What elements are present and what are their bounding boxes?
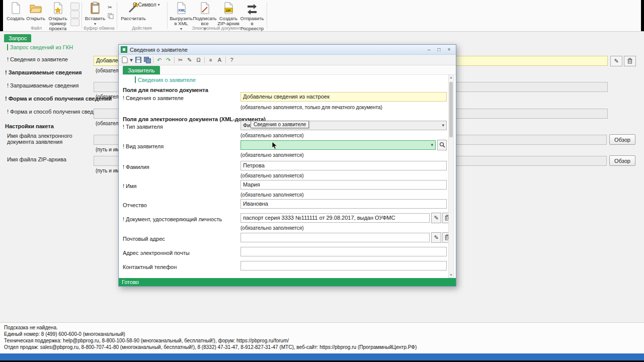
undo-icon[interactable]: ↶ (155, 56, 164, 64)
toolbar-separator (153, 57, 153, 63)
example-project-icon (51, 2, 64, 16)
pencil-icon: ✎ (614, 58, 618, 64)
open-project-button[interactable]: Открыть (25, 1, 46, 22)
tab-request[interactable]: Запрос (4, 34, 31, 42)
applicant-type-label: ! Тип заявителя (123, 124, 163, 130)
surname-label: ! Фамилия (123, 164, 149, 170)
help-icon[interactable]: ? (227, 56, 236, 64)
omega-icon: Ω (133, 2, 136, 8)
new-project-button[interactable]: Создать (5, 1, 26, 22)
zip-archive-icon: ZIP (222, 2, 235, 16)
quick-access-button-1[interactable] (70, 3, 79, 10)
main-delete-button[interactable] (624, 56, 636, 66)
paste-label: Вставить (85, 16, 105, 21)
taskbar-strip (0, 353, 644, 360)
screen-edge (641, 0, 644, 31)
copy-button[interactable] (106, 12, 116, 21)
patronymic-label: Отчество (123, 202, 147, 208)
save-icon[interactable] (134, 56, 142, 64)
close-button[interactable]: × (444, 46, 454, 53)
postal-address-label: Почтовый адрес (123, 236, 165, 242)
new-dropdown-icon[interactable]: ▾ (129, 56, 133, 64)
ribbon-separator (267, 2, 267, 29)
name-value: Мария (243, 182, 260, 188)
toolbar-separator (204, 57, 205, 63)
postal-address-field[interactable] (240, 233, 430, 242)
edit-pencil-icon[interactable]: ✎ (185, 56, 194, 64)
tab-applicant[interactable]: Заявитель (123, 66, 160, 74)
postal-address-edit-button[interactable]: ✎ (431, 232, 441, 243)
phone-line: Единый номер: 8 (499) 600-600-0 (многока… (4, 331, 125, 337)
cut-button[interactable]: ✂ (106, 3, 114, 12)
ribbon-group-edoc: XML Выгрузить в XML ▾ Подписать все ▾ ZI… (168, 0, 265, 31)
paste-button[interactable]: Вставить ▾ (84, 1, 107, 27)
name-note: (обязательно заполняется) (240, 192, 303, 198)
calculate-label: Рассчитать (121, 16, 146, 21)
section-link-applicant-info[interactable]: Сведения о заявителе (138, 77, 196, 83)
open-project-label: Открыть (26, 16, 45, 21)
sign-all-label: Подписать все (193, 16, 216, 26)
applicant-info-field[interactable]: Добавлены сведения из настроек (240, 92, 447, 102)
sidebar-item-xml-filename[interactable]: Имя файла электронного документа заявлен… (7, 133, 92, 145)
email-field[interactable] (240, 247, 447, 256)
chevron-down-icon: ▾ (442, 123, 444, 128)
minimize-button[interactable]: – (424, 46, 434, 53)
active-section-marker (135, 76, 136, 83)
sidebar-item-request-gkn[interactable]: Запрос сведений из ГКН (10, 44, 73, 50)
quick-access-button-3[interactable] (70, 19, 79, 26)
status-area: Подсказка не найдена. Единый номер: 8 (4… (0, 322, 644, 354)
browse-zip-button[interactable]: Обзор (609, 155, 635, 166)
tree-guide (7, 44, 8, 50)
maximize-button[interactable]: □ (434, 46, 444, 53)
sidebar-item-zip-filename[interactable]: Имя файла ZIP-архива (7, 156, 66, 162)
name-field[interactable]: Мария (240, 180, 447, 190)
sidebar-item-form-method[interactable]: ! Форма и способ получения сведений (7, 109, 106, 115)
scroll-down-icon[interactable]: ▼ (449, 274, 453, 277)
hint-text: Подсказка не найдена. (4, 325, 58, 330)
dialog-statusbar: Готово (119, 278, 456, 286)
sidebar-item-requested-info[interactable]: ! Запрашиваемые сведения (7, 82, 78, 88)
create-zip-button[interactable]: ZIP Создать ZIP-архив (216, 1, 240, 27)
ribbon-group-file: Создать Открыть Открыть пример проекта Ф… (4, 0, 68, 31)
phone-field[interactable] (240, 261, 447, 270)
insert-symbol-icon[interactable]: Ω (194, 56, 203, 64)
dialog-toolbar: ▾ ↶ ↷ ✂ ✎ Ω a A ? (119, 55, 456, 65)
scroll-up-icon[interactable]: ▲ (449, 76, 453, 79)
patronymic-field[interactable]: Ивановна (240, 199, 447, 209)
quick-access-button-2[interactable] (70, 11, 79, 18)
support-line: Техническая поддержка: help@pbprog.ru, 8… (4, 338, 289, 343)
transfer-arrows-icon (246, 2, 259, 16)
sales-line: Отдел продаж: sales@pbprog.ru, 8-800-707… (4, 344, 417, 350)
main-edit-button[interactable]: ✎ (610, 56, 622, 66)
scrollbar-thumb[interactable] (449, 82, 453, 137)
svg-text:XML: XML (178, 9, 186, 12)
new-project-label: Создать (7, 16, 25, 21)
ribbon-separator (167, 2, 168, 29)
browse-xml-button[interactable]: Обзор (609, 134, 635, 145)
symbol-button[interactable]: Ω Символ ▾ (131, 1, 168, 9)
name-label: ! Имя (123, 183, 137, 189)
cut-icon[interactable]: ✂ (176, 56, 185, 64)
id-document-note: (обязательно заполняется) (240, 225, 303, 231)
font-increase-icon[interactable]: A (215, 56, 224, 64)
ribbon-group-clipboard: Вставить ▾ ✂ Буфер обмена (83, 0, 116, 31)
dialog-titlebar[interactable]: Сведения о заявителе – □ × (119, 45, 456, 55)
save-all-icon[interactable] (143, 56, 151, 64)
redo-icon[interactable]: ↷ (164, 56, 173, 64)
applicant-type-note: (обязательно заполняется) (240, 133, 303, 138)
font-decrease-icon[interactable]: a (206, 56, 215, 64)
id-document-label: ! Документ, удостоверяющий личность (123, 216, 222, 222)
sidebar-item-applicant-info[interactable]: ! Сведения о заявителе (7, 56, 68, 62)
applicant-kind-label: ! Вид заявителя (123, 143, 164, 149)
applicant-kind-select[interactable]: ▾ (240, 140, 436, 150)
screen-edge (0, 0, 3, 31)
dialog-tabstrip: Заявитель (119, 65, 456, 75)
applicant-info-value: Добавлены сведения из настроек (243, 94, 330, 100)
dialog-scrollbar[interactable]: ▲ ▼ (448, 74, 454, 278)
new-document-icon[interactable] (120, 56, 129, 64)
id-document-edit-button[interactable]: ✎ (431, 213, 441, 223)
tab-request-label: Запрос (9, 35, 27, 41)
applicant-kind-search-button[interactable] (437, 140, 447, 150)
id-document-field[interactable]: паспорт серия 3333 №111111 от 29.08.2017… (240, 213, 430, 223)
surname-field[interactable]: Петрова (240, 161, 447, 170)
